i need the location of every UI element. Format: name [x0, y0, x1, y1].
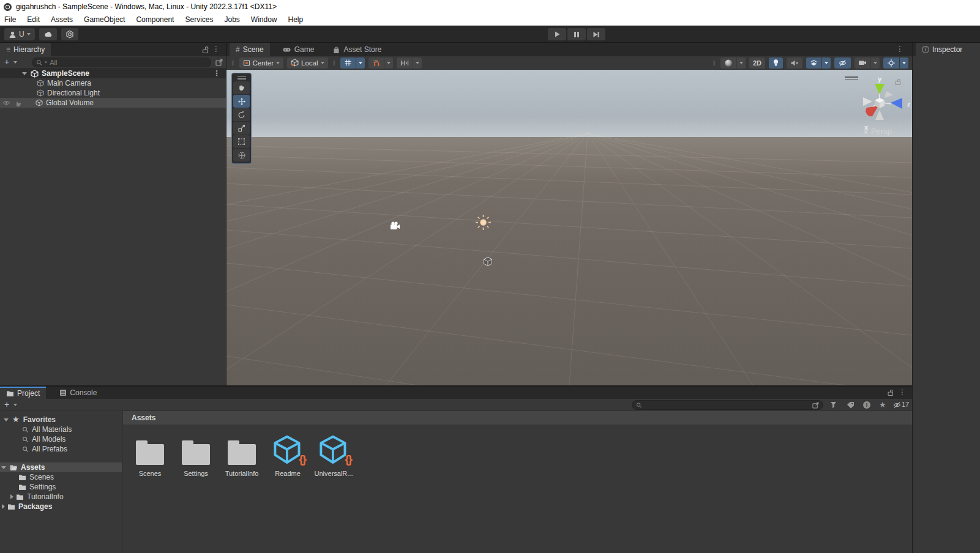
asset-item-tutorialinfo[interactable]: TutorialInfo	[220, 433, 264, 477]
menu-gameobject[interactable]: GameObject	[78, 13, 130, 25]
scene-menu-icon[interactable]: ⋮	[213, 70, 220, 77]
menu-component[interactable]: Component	[130, 13, 179, 25]
search-filter-icon[interactable]	[45, 61, 48, 63]
tab-game[interactable]: Game	[276, 43, 321, 56]
menu-window[interactable]: Window	[245, 13, 283, 25]
directional-light-gizmo[interactable]	[475, 214, 492, 231]
sidebar-item-tutorialinfo[interactable]: TutorialInfo	[0, 492, 122, 502]
grid-snapping-dropdown[interactable]	[384, 58, 393, 69]
rotate-tool[interactable]	[233, 108, 250, 121]
asset-item-scenes[interactable]: Scenes	[128, 433, 172, 477]
snap-increment-button[interactable]	[397, 58, 413, 69]
snap-increment-dropdown[interactable]	[413, 58, 422, 69]
tool-handle-pivot-dropdown[interactable]: Center	[239, 58, 284, 69]
scene-panel-menu-icon[interactable]: ⋮	[896, 45, 903, 53]
grid-visibility-toggle[interactable]	[340, 58, 356, 69]
tools-overlay[interactable]	[231, 73, 252, 164]
visibility-eye-icon[interactable]	[2, 100, 10, 106]
menu-services[interactable]: Services	[179, 13, 219, 25]
audio-toggle[interactable]	[787, 58, 802, 69]
effects-dropdown[interactable]	[822, 58, 831, 69]
hand-tool[interactable]	[233, 81, 250, 94]
create-button[interactable]: +	[4, 58, 9, 66]
hierarchy-menu-icon[interactable]: ⋮	[212, 45, 220, 53]
saved-search-star-icon[interactable]: ★	[879, 400, 886, 409]
rect-tool[interactable]	[233, 135, 250, 148]
lock-icon[interactable]	[202, 46, 209, 54]
shading-mode-button[interactable]	[720, 58, 736, 69]
sidebar-favorites[interactable]: ★ Favorites	[0, 415, 122, 425]
asset-item-settings[interactable]: Settings	[174, 433, 218, 477]
grid-visibility-dropdown[interactable]	[356, 58, 365, 69]
hierarchy-search-input[interactable]	[50, 59, 207, 66]
camera-settings-button[interactable]	[855, 58, 870, 69]
menu-file[interactable]: File	[0, 13, 21, 25]
sidebar-item-all-materials[interactable]: All Materials	[0, 425, 122, 434]
orientation-gizmo[interactable]: y z x	[856, 76, 912, 134]
hierarchy-item-global-volume[interactable]: Global Volume	[0, 98, 226, 108]
project-search-input[interactable]	[644, 401, 810, 409]
sidebar-item-packages[interactable]: Packages	[0, 502, 122, 511]
pickability-icon[interactable]	[14, 100, 21, 106]
gizmos-dropdown[interactable]	[900, 58, 908, 69]
play-button[interactable]	[548, 28, 566, 40]
hierarchy-search[interactable]	[32, 58, 211, 67]
search-icon	[22, 446, 29, 453]
menu-help[interactable]: Help	[283, 13, 309, 25]
project-search[interactable]	[632, 400, 823, 410]
projection-toggle[interactable]: ◄ Persp	[862, 127, 892, 136]
search-by-label-icon[interactable]	[847, 401, 855, 409]
sidebar-item-all-prefabs[interactable]: All Prefabs	[0, 444, 122, 454]
menu-edit[interactable]: Edit	[21, 13, 45, 25]
asset-item-readme[interactable]: {} Readme	[266, 433, 310, 477]
create-asset-button[interactable]: +	[4, 400, 9, 409]
hidden-count-eye-icon[interactable]	[892, 401, 902, 409]
lock-icon[interactable]	[888, 389, 894, 396]
overlay-drag-handle[interactable]	[232, 75, 251, 81]
hierarchy-item-main-camera[interactable]: Main Camera	[0, 78, 226, 88]
tab-hierarchy[interactable]: ≡ Hierarchy	[0, 43, 51, 56]
lighting-toggle[interactable]	[769, 58, 783, 69]
open-search-icon[interactable]	[812, 402, 819, 409]
camera-settings-dropdown[interactable]	[871, 58, 880, 69]
cloud-button[interactable]	[39, 28, 57, 40]
camera-gizmo[interactable]	[389, 221, 401, 231]
tab-scene[interactable]: # Scene	[230, 43, 270, 56]
step-button[interactable]	[587, 28, 605, 40]
sidebar-item-assets[interactable]: Assets	[0, 462, 122, 472]
alerts-icon[interactable]: !	[863, 401, 870, 409]
shading-mode-dropdown[interactable]	[737, 58, 746, 69]
scene-row[interactable]: SampleScene ⋮	[0, 69, 226, 78]
scene-viewport[interactable]: y z x ◄ Persp	[226, 70, 912, 385]
sidebar-item-settings[interactable]: Settings	[0, 482, 122, 492]
hierarchy-item-directional-light[interactable]: Directional Light	[0, 88, 226, 98]
tab-asset-store[interactable]: Asset Store	[326, 43, 387, 56]
grid-snapping-toggle[interactable]	[368, 58, 384, 69]
sidebar-item-all-models[interactable]: All Models	[0, 434, 122, 444]
search-by-type-icon[interactable]	[829, 401, 837, 409]
move-tool[interactable]	[233, 95, 250, 108]
transform-tool[interactable]	[233, 149, 250, 161]
tool-handle-rotation-dropdown[interactable]: Local	[287, 58, 328, 69]
create-dropdown-icon[interactable]	[13, 61, 17, 64]
project-menu-icon[interactable]: ⋮	[899, 388, 906, 396]
scale-tool[interactable]	[233, 122, 250, 135]
foldout-icon[interactable]	[22, 72, 27, 75]
sidebar-item-scenes[interactable]: Scenes	[0, 472, 122, 482]
effects-toggle[interactable]	[806, 58, 821, 69]
pick-window-icon[interactable]	[215, 59, 223, 66]
tab-inspector[interactable]: i Inspector	[916, 43, 980, 56]
pause-button[interactable]	[567, 28, 586, 40]
create-asset-dropdown-icon[interactable]	[13, 404, 17, 406]
services-button[interactable]	[61, 28, 78, 40]
menu-assets[interactable]: Assets	[45, 13, 78, 25]
asset-item-universalrp[interactable]: {} UniversalR...	[312, 433, 356, 477]
hidden-objects-toggle[interactable]	[834, 58, 851, 69]
account-dropdown[interactable]: U	[4, 28, 35, 40]
tab-console[interactable]: Console	[53, 387, 103, 399]
menu-jobs[interactable]: Jobs	[219, 13, 245, 25]
tab-project[interactable]: Project	[0, 387, 46, 399]
global-volume-gizmo[interactable]	[482, 256, 493, 268]
2d-toggle[interactable]: 2D	[749, 58, 765, 69]
gizmos-toggle[interactable]	[883, 58, 899, 69]
